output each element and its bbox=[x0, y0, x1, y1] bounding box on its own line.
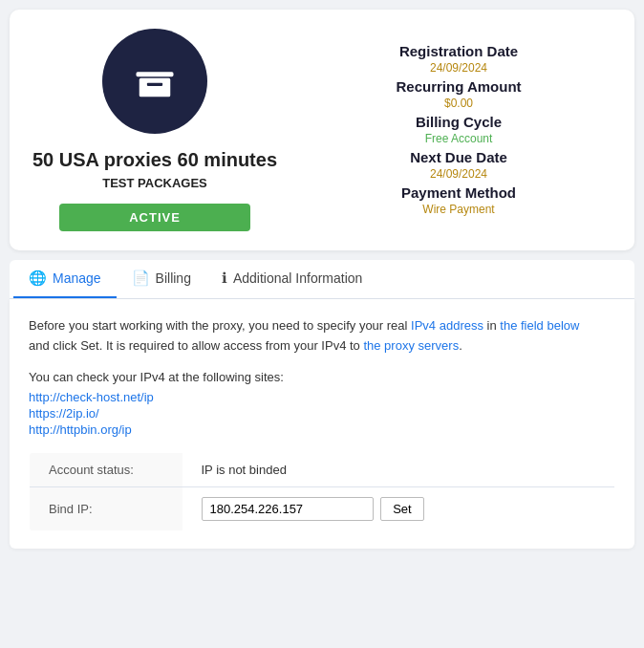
tabs-bar: 🌐 Manage 📄 Billing ℹ Additional Informat… bbox=[10, 260, 634, 299]
product-title: 50 USA proxies 60 minutes bbox=[32, 147, 277, 172]
registration-date-value: 24/09/2024 bbox=[306, 61, 612, 75]
recurring-amount-label: Recurring Amount bbox=[306, 78, 612, 95]
tab-manage[interactable]: 🌐 Manage bbox=[13, 260, 117, 298]
tab-manage-label: Manage bbox=[53, 270, 101, 286]
highlight-field: the field below bbox=[500, 318, 579, 333]
product-icon bbox=[102, 29, 207, 134]
next-due-date-label: Next Due Date bbox=[306, 149, 612, 165]
product-info: Registration Date 24/09/2024 Recurring A… bbox=[306, 43, 612, 218]
tab-billing-label: Billing bbox=[156, 270, 191, 286]
set-button[interactable]: Set bbox=[380, 497, 424, 521]
account-status-row: Account status: IP is not binded bbox=[30, 452, 615, 486]
next-due-date-value: 24/09/2024 bbox=[306, 167, 612, 181]
account-status-label: Account status: bbox=[30, 452, 182, 486]
svg-rect-0 bbox=[137, 72, 174, 76]
sites-label: You can check your IPv4 at the following… bbox=[29, 370, 615, 384]
payment-method-label: Payment Method bbox=[306, 184, 612, 201]
tab-billing[interactable]: 📄 Billing bbox=[117, 260, 206, 298]
registration-date-label: Registration Date bbox=[306, 43, 612, 59]
info-icon: ℹ bbox=[222, 270, 227, 287]
bind-ip-cell: Set bbox=[182, 486, 615, 530]
tab-additional-info-label: Additional Information bbox=[233, 270, 362, 286]
bind-ip-input[interactable] bbox=[202, 497, 374, 521]
svg-rect-1 bbox=[140, 78, 171, 97]
product-subtitle: TEST PACKAGES bbox=[102, 176, 207, 190]
bind-ip-row: Bind IP: Set bbox=[30, 486, 615, 530]
site-link-3[interactable]: http://httpbin.org/ip bbox=[29, 422, 615, 437]
billing-cycle-value: Free Account bbox=[306, 132, 612, 145]
globe-icon: 🌐 bbox=[29, 270, 47, 287]
billing-cycle-label: Billing Cycle bbox=[306, 114, 612, 130]
tab-additional-info[interactable]: ℹ Additional Information bbox=[206, 260, 377, 298]
intro-text: Before you start working with the proxy,… bbox=[29, 316, 615, 356]
product-card: 50 USA proxies 60 minutes TEST PACKAGES … bbox=[10, 10, 634, 250]
site-link-2[interactable]: https://2ip.io/ bbox=[29, 406, 615, 421]
highlight-ipv4: IPv4 address bbox=[411, 318, 483, 333]
status-badge: ACTIVE bbox=[59, 204, 250, 231]
svg-rect-2 bbox=[147, 83, 162, 86]
recurring-amount-value: $0.00 bbox=[306, 97, 612, 110]
bind-ip-label: Bind IP: bbox=[30, 486, 182, 530]
status-table: Account status: IP is not binded Bind IP… bbox=[29, 452, 615, 531]
site-link-1[interactable]: http://check-host.net/ip bbox=[29, 390, 615, 404]
product-left: 50 USA proxies 60 minutes TEST PACKAGES … bbox=[32, 29, 277, 231]
manage-panel: Before you start working with the proxy,… bbox=[10, 299, 634, 549]
box-icon bbox=[130, 56, 180, 106]
account-status-value: IP is not binded bbox=[182, 452, 615, 486]
highlight-proxy: the proxy servers bbox=[363, 338, 459, 353]
payment-method-value: Wire Payment bbox=[306, 203, 612, 216]
document-icon: 📄 bbox=[132, 270, 150, 287]
